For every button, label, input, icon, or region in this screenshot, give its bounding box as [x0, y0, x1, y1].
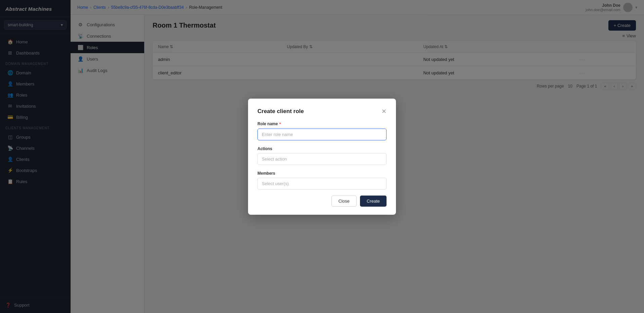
modal-close-button[interactable]: ✕	[381, 108, 387, 114]
modal-title: Create client role	[257, 108, 304, 115]
modal-create-button[interactable]: Create	[360, 196, 387, 207]
members-group: Members Select user(s)	[257, 171, 387, 189]
role-name-input[interactable]	[257, 129, 387, 140]
members-label: Members	[257, 171, 387, 176]
required-indicator: *	[279, 121, 281, 127]
actions-select[interactable]: Select action	[257, 153, 387, 165]
role-name-group: Role name *	[257, 121, 387, 140]
actions-label: Actions	[257, 146, 387, 151]
members-select[interactable]: Select user(s)	[257, 178, 387, 189]
modal-close-action-button[interactable]: Close	[331, 196, 357, 207]
actions-group: Actions Select action	[257, 146, 387, 165]
members-placeholder: Select user(s)	[262, 181, 289, 186]
modal-header: Create client role ✕	[257, 108, 387, 115]
role-name-label: Role name *	[257, 121, 387, 127]
modal-actions: Close Create	[257, 196, 387, 207]
modal-overlay: Create client role ✕ Role name * Actions…	[0, 0, 644, 313]
actions-placeholder: Select action	[262, 156, 287, 162]
create-role-modal: Create client role ✕ Role name * Actions…	[248, 99, 396, 215]
